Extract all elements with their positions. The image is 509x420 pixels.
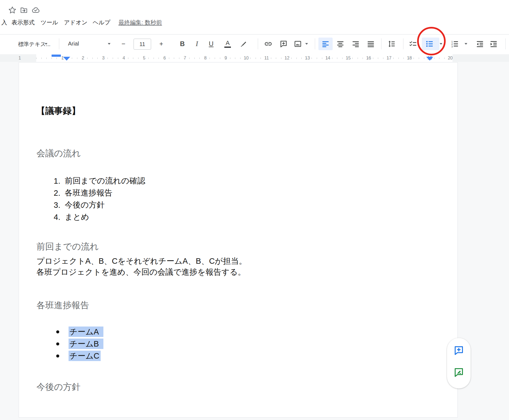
- toolbar-separator: [403, 38, 403, 49]
- suggest-edit-green-icon: [453, 367, 464, 378]
- list-item-text[interactable]: 各班進捗報告: [65, 188, 112, 198]
- bullet-dot: [56, 342, 59, 345]
- heading-previous-flow[interactable]: 前回までの流れ: [36, 241, 99, 253]
- align-left-icon: [321, 40, 330, 48]
- text-color-button[interactable]: A: [222, 38, 234, 50]
- menu-item-format[interactable]: 表示形式: [12, 19, 35, 26]
- body-paragraph-line[interactable]: プロジェクトA、B、CをそれぞれチームA、B、Cが担当。: [36, 256, 247, 267]
- numbered-list-chevron-icon[interactable]: [465, 43, 467, 45]
- numbered-list-icon: 1 2 3: [451, 40, 459, 48]
- suggest-edits-button[interactable]: [453, 367, 464, 378]
- toolbar-separator: [381, 38, 381, 49]
- chevron-down-icon[interactable]: [108, 43, 111, 45]
- menu-item-insert-partial[interactable]: 入: [1, 19, 7, 26]
- font-size-input[interactable]: 11: [134, 39, 151, 50]
- document-title-text[interactable]: 【議事録】: [36, 105, 80, 117]
- align-left-button[interactable]: [319, 38, 332, 50]
- underline-button[interactable]: U: [205, 38, 217, 50]
- bulleted-list-item[interactable]: チームC: [56, 350, 101, 362]
- ruler-number: 14: [318, 54, 338, 62]
- ordered-list-item[interactable]: 1. 前回までの流れの確認: [49, 175, 145, 187]
- font-selector[interactable]: Arial: [68, 41, 79, 47]
- menu-item-tools[interactable]: ツール: [41, 19, 58, 26]
- heading-meeting-flow[interactable]: 会議の流れ: [36, 147, 81, 160]
- add-comment-button[interactable]: [278, 38, 290, 50]
- ruler-number: 12: [277, 54, 297, 62]
- selected-list-item-text[interactable]: チームA: [69, 327, 103, 337]
- checklist-button[interactable]: [407, 38, 419, 50]
- bulleted-list-item[interactable]: チームB: [56, 338, 103, 350]
- image-icon: [294, 40, 302, 48]
- bullet-dot: [56, 330, 59, 333]
- document-page[interactable]: [19, 62, 458, 418]
- bold-button[interactable]: B: [176, 38, 188, 50]
- increase-indent-button[interactable]: [488, 38, 500, 50]
- image-options-chevron-icon[interactable]: [305, 43, 308, 45]
- line-spacing-icon: [388, 40, 396, 48]
- move-folder-icon[interactable]: [19, 5, 29, 15]
- toolbar-separator: [505, 38, 506, 49]
- right-indent-marker[interactable]: [426, 57, 433, 61]
- google-docs-window: 入 表示形式 ツール アドオン ヘルプ 最終編集: 数秒前 標準テキス... A…: [0, 0, 509, 420]
- italic-button[interactable]: I: [191, 38, 203, 50]
- ruler-number: 13: [297, 54, 318, 62]
- ruler-number: 11: [256, 54, 277, 62]
- insert-image-button[interactable]: [292, 38, 304, 50]
- list-item-text[interactable]: 今後の方針: [65, 200, 105, 211]
- outdent-icon: [476, 40, 484, 48]
- bulleted-list-item[interactable]: チームA: [56, 326, 103, 338]
- decrease-indent-button[interactable]: [474, 38, 486, 50]
- highlight-color-button[interactable]: [237, 38, 250, 50]
- list-item-text[interactable]: 前回までの流れの確認: [65, 175, 145, 186]
- last-edited-link[interactable]: 最終編集: 数秒前: [118, 19, 162, 26]
- bulleted-list-chevron-icon[interactable]: [440, 43, 442, 45]
- ruler-number: 15: [338, 54, 358, 62]
- checklist-icon: [409, 40, 417, 48]
- line-spacing-button[interactable]: [386, 38, 398, 50]
- floating-action-pill: [447, 338, 471, 388]
- menu-item-help[interactable]: ヘルプ: [93, 19, 110, 26]
- list-item-number: 4.: [49, 213, 60, 222]
- increase-font-size-button[interactable]: +: [155, 38, 167, 50]
- menu-item-addons[interactable]: アドオン: [64, 19, 87, 26]
- body-paragraph-line[interactable]: 各班プロジェクトを進め、今回の会議で進捗を報告する。: [36, 267, 246, 278]
- insert-link-button[interactable]: [262, 38, 274, 50]
- justify-button[interactable]: [365, 38, 377, 50]
- selected-list-item-text[interactable]: チームC: [69, 351, 101, 361]
- decrease-font-size-button[interactable]: −: [117, 38, 129, 50]
- cloud-saved-icon: [31, 5, 40, 15]
- ruler-number: 8: [195, 54, 216, 62]
- svg-text:3: 3: [451, 45, 453, 48]
- ruler-number: 9: [216, 54, 236, 62]
- star-icon[interactable]: [8, 5, 17, 15]
- align-right-button[interactable]: [350, 38, 362, 50]
- align-center-button[interactable]: [334, 38, 346, 50]
- ordered-list-item[interactable]: 4. まとめ: [49, 211, 89, 223]
- selected-list-item-text[interactable]: チームB: [69, 339, 103, 349]
- heading-team-progress[interactable]: 各班進捗報告: [36, 299, 89, 311]
- ruler-number: 2: [73, 54, 93, 62]
- list-item-text[interactable]: まとめ: [65, 212, 89, 223]
- first-line-indent-marker[interactable]: [52, 55, 61, 57]
- list-item-number: 1.: [49, 177, 60, 186]
- ruler-number: 18: [399, 54, 420, 62]
- comment-add-blue-icon: [453, 345, 464, 356]
- highlighter-icon: [239, 40, 248, 48]
- indent-icon: [490, 40, 498, 48]
- ordered-list-item[interactable]: 3. 今後の方針: [49, 199, 105, 211]
- heading-future-policy[interactable]: 今後の方針: [36, 381, 81, 393]
- align-right-icon: [352, 40, 360, 48]
- minus-icon: −: [121, 40, 125, 48]
- ruler-number: 10: [236, 54, 256, 62]
- toolbar-separator: [59, 38, 59, 49]
- bold-icon: B: [180, 40, 185, 48]
- text-color-icon: A: [224, 40, 231, 48]
- ruler-number: 16: [358, 54, 379, 62]
- underline-icon: U: [209, 40, 213, 48]
- ordered-list-item[interactable]: 2. 各班進捗報告: [49, 187, 112, 199]
- chevron-down-icon[interactable]: [45, 43, 47, 45]
- numbered-list-button[interactable]: 1 2 3: [449, 38, 461, 50]
- bulleted-list-button[interactable]: [423, 38, 436, 50]
- add-comment-float-button[interactable]: [453, 345, 464, 356]
- left-indent-marker[interactable]: [63, 57, 70, 61]
